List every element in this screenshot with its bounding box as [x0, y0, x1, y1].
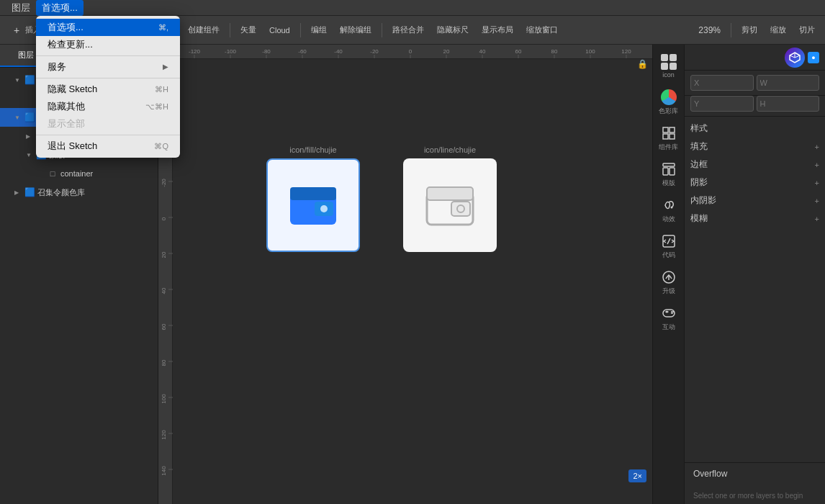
insert-icon: + — [10, 24, 23, 37]
icon-card-box-line[interactable] — [403, 158, 497, 252]
toolbar-path-merge[interactable]: 路径合并 — [387, 20, 430, 40]
svg-text:100: 100 — [585, 48, 595, 55]
right-btn-template[interactable]: 模版 — [653, 158, 685, 190]
fill-add-btn[interactable]: + — [815, 143, 819, 151]
dropdown-shortcut-preferences: ⌘, — [158, 19, 168, 35]
toolbar-cloud[interactable]: Cloud — [263, 20, 296, 40]
svg-text:60: 60 — [515, 48, 522, 55]
menu-insert[interactable]: 图层 — [6, 0, 36, 16]
border-add-btn[interactable]: + — [815, 161, 819, 169]
x-input[interactable] — [690, 75, 754, 91]
dropdown-label-checkupdate: 检查更新... — [48, 37, 163, 53]
dropdown-item-show-all[interactable]: 显示全部 — [36, 115, 180, 132]
chevron-right-icon: ▶ — [14, 189, 22, 196]
svg-text:-120: -120 — [189, 48, 201, 55]
animation-label: 动效 — [662, 215, 675, 224]
dropdown-item-quit[interactable]: 退出 Sketch ⌘Q — [36, 138, 180, 155]
menu-bar: 图层 首选项... 首选项... ⌘, 检查更新... 服务 ▶ 隐藏 Sket… — [0, 0, 825, 16]
h-input-group — [757, 96, 820, 112]
svg-rect-67 — [670, 134, 675, 139]
svg-text:120: 120 — [161, 430, 167, 440]
zoom-badge: 2× — [628, 469, 646, 482]
color-library-label: 色彩库 — [659, 107, 678, 116]
dropdown-item-preferences[interactable]: 首选项... ⌘, — [36, 19, 180, 36]
ungroup-label: 解除编组 — [340, 24, 371, 35]
icon-line-label: icon/line/chujie — [424, 145, 476, 154]
slice-label: 切片 — [799, 24, 815, 35]
style-row: 样式 — [690, 122, 819, 135]
svg-text:-80: -80 — [262, 48, 271, 55]
layer-item[interactable]: □ container — [0, 164, 158, 183]
blur-row[interactable]: 模糊 + — [690, 212, 819, 225]
dropdown-item-hide-others[interactable]: 隐藏其他 ⌥⌘H — [36, 98, 180, 115]
shadow-add-btn[interactable]: + — [815, 179, 819, 187]
toolbar-create-component[interactable]: 创建组件 — [182, 20, 225, 40]
border-label: 边框 — [690, 158, 708, 171]
upgrade-icon — [661, 269, 677, 285]
blur-add-btn[interactable]: + — [815, 215, 819, 223]
canvas-area[interactable]: -120 -100 -80 -60 -40 -20 0 20 4 — [158, 45, 652, 504]
svg-rect-64 — [663, 127, 668, 132]
ruler-top: -120 -100 -80 -60 -40 -20 0 20 4 — [173, 45, 652, 59]
toolbar-group[interactable]: 编组 — [305, 20, 333, 40]
dropdown-item-checkupdate[interactable]: 检查更新... — [36, 36, 180, 53]
overflow-section: Overflow — [685, 462, 825, 487]
canvas-content[interactable]: icon/fill/chujie — [173, 59, 652, 504]
svg-rect-65 — [670, 127, 675, 132]
svg-rect-66 — [663, 134, 668, 139]
fill-row[interactable]: 填充 + — [690, 140, 819, 153]
toolbar-sep-3 — [230, 23, 230, 37]
x-input-group — [690, 75, 754, 91]
right-btn-color-library[interactable]: 色彩库 — [653, 86, 685, 118]
upgrade-label: 升级 — [662, 287, 675, 296]
svg-text:80: 80 — [161, 359, 167, 366]
dropdown-label-quit: 退出 Sketch — [48, 138, 148, 154]
toolbar-zoom-window[interactable]: 缩放窗口 — [520, 20, 564, 40]
wallet-line-svg — [421, 180, 479, 230]
toolbar-vector[interactable]: 矢量 — [235, 20, 262, 40]
svg-text:-40: -40 — [334, 48, 343, 55]
properties-panel: ● — [685, 45, 825, 504]
right-btn-animation[interactable]: 动效 — [653, 194, 685, 226]
template-icon — [661, 161, 677, 177]
chevron-right-icon: ▶ — [26, 133, 33, 140]
shadow-row[interactable]: 阴影 + — [690, 176, 819, 189]
dropdown-shortcut-hide-sketch: ⌘H — [155, 81, 168, 97]
svg-text:40: 40 — [161, 287, 167, 294]
right-btn-interactive[interactable]: 互动 — [653, 302, 685, 334]
fill-label: 填充 — [690, 140, 708, 153]
layer-label: container — [60, 169, 93, 178]
svg-text:60: 60 — [161, 323, 167, 330]
toolbar-scale[interactable]: 缩放 — [765, 20, 792, 40]
right-btn-upgrade[interactable]: 升级 — [653, 266, 685, 298]
menu-preferences[interactable]: 首选项... 首选项... ⌘, 检查更新... 服务 ▶ 隐藏 Sketch … — [36, 0, 84, 16]
toolbar-show-layout[interactable]: 显示布局 — [476, 20, 519, 40]
right-btn-code[interactable]: 代码 — [653, 230, 685, 262]
toolbar-hide-ruler[interactable]: 隐藏标尺 — [431, 20, 474, 40]
width-input[interactable] — [757, 75, 820, 91]
layer-label: 召集令颜色库 — [37, 187, 85, 198]
toolbar-cut[interactable]: 剪切 — [736, 20, 763, 40]
svg-rect-68 — [663, 163, 675, 166]
right-panel-inner: icon 色彩库 — [653, 45, 825, 504]
right-btn-component-library[interactable]: 组件库 — [653, 122, 685, 154]
inner-shadow-add-btn[interactable]: + — [815, 197, 819, 205]
toolbar-slice[interactable]: 切片 — [793, 20, 821, 40]
hint-text: Select one or more layers to begin — [685, 487, 825, 504]
group-icon: 🟦 — [24, 187, 35, 197]
menu-preferences-label: 首选项... — [42, 2, 78, 13]
dropdown-item-hide-sketch[interactable]: 隐藏 Sketch ⌘H — [36, 81, 180, 98]
svg-text:0: 0 — [409, 48, 412, 55]
y-input[interactable] — [690, 96, 754, 112]
group-label: 编组 — [311, 24, 327, 35]
inner-shadow-row[interactable]: 内阴影 + — [690, 194, 819, 207]
right-btn-icon[interactable]: icon — [653, 50, 685, 82]
right-icon-column: icon 色彩库 — [653, 45, 685, 504]
dropdown-item-services[interactable]: 服务 ▶ — [36, 58, 180, 76]
height-input[interactable] — [757, 96, 820, 112]
icon-card-box-fill[interactable] — [266, 158, 360, 252]
layer-item[interactable]: ▶ 🟦 召集令颜色库 — [0, 183, 158, 202]
border-row[interactable]: 边框 + — [690, 158, 819, 171]
toolbar-ungroup[interactable]: 解除编组 — [334, 20, 377, 40]
svg-text:-20: -20 — [370, 48, 379, 55]
